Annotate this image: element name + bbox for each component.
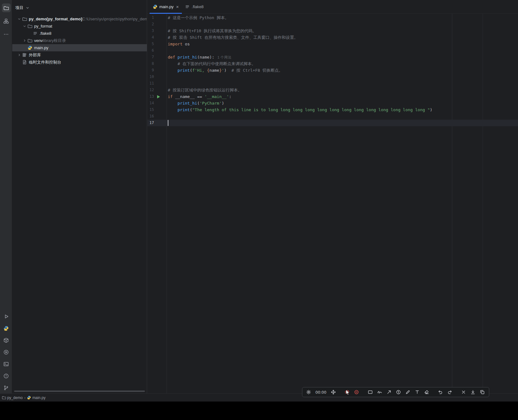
recorder-settings-button[interactable] xyxy=(306,390,311,395)
recorder-copy-button[interactable] xyxy=(480,390,485,395)
chevron-down-icon[interactable] xyxy=(17,17,22,21)
file-lines-icon xyxy=(185,4,190,9)
recorder-region-button[interactable] xyxy=(368,390,373,395)
freehand-icon xyxy=(377,390,382,395)
code-line[interactable]: 16 xyxy=(147,113,518,120)
code-lines: 1# 这是一个示例 Python 脚本。23# 按 Shift+F10 执行或将… xyxy=(147,14,518,126)
code-token: # 在下面的代码行中使用断点来调试脚本。 xyxy=(177,61,256,66)
code-token: if xyxy=(168,94,175,99)
project-panel: 项目 py_demo [py_format_demo] C:\Users\yu\… xyxy=(12,0,147,393)
recorder-close-button[interactable] xyxy=(461,390,466,395)
pause-icon xyxy=(354,390,359,395)
code-text: # 按 Shift+F10 执行或将其替换为您的代码。 xyxy=(167,28,518,34)
chevron-right-icon[interactable] xyxy=(17,53,22,57)
code-line[interactable]: 3# 按 Shift+F10 执行或将其替换为您的代码。 xyxy=(147,28,518,34)
line-number: 16 xyxy=(147,113,154,120)
close-tab-icon[interactable]: × xyxy=(176,4,179,9)
run-icon xyxy=(3,314,9,319)
editor-body[interactable]: 1# 这是一个示例 Python 脚本。23# 按 Shift+F10 执行或将… xyxy=(147,14,518,393)
project-panel-title[interactable]: 项目 xyxy=(15,5,23,11)
gutter-spacer xyxy=(154,67,167,74)
code-line[interactable]: 7def print_hi(name):1 个用法 xyxy=(147,54,518,60)
tree-item-label: C:\Users\yu\projects\python\py_demo xyxy=(82,17,147,21)
code-line[interactable]: 17 xyxy=(147,120,518,126)
code-text: # 按 双击 Shift 在所有地方搜索类、文件、工具窗口、操作和设置。 xyxy=(167,34,518,41)
code-token: # 这是一个示例 Python 脚本。 xyxy=(168,15,229,20)
recorder-text-button[interactable] xyxy=(415,390,420,395)
chevron-down-icon[interactable] xyxy=(25,6,30,10)
tree-item[interactable]: 外部库 xyxy=(12,51,147,59)
code-line[interactable]: 8 # 在下面的代码行中使用断点来调试脚本。 xyxy=(147,60,518,67)
recorder-undo-button[interactable] xyxy=(438,390,443,395)
tree-item[interactable]: 临时文件和控制台 xyxy=(12,59,147,66)
tab-bar: main.py×.flake8 xyxy=(147,0,518,14)
tool-button-project[interactable] xyxy=(2,3,11,12)
recorder-redo-button[interactable] xyxy=(447,390,452,395)
pencil-icon xyxy=(405,390,410,395)
recorder-pause-button[interactable] xyxy=(354,390,359,395)
code-line[interactable]: 13if __name__ == '__main__': xyxy=(147,93,518,100)
gutter-spacer xyxy=(154,21,167,28)
line-number: 2 xyxy=(147,21,154,28)
run-gutter-icon[interactable] xyxy=(154,93,167,100)
code-token: import xyxy=(168,42,182,46)
code-token: # 按 双击 Shift 在所有地方搜索类、文件、工具窗口、操作和设置。 xyxy=(168,35,298,40)
breadcrumb-item[interactable]: main.py xyxy=(27,396,45,400)
line-number: 11 xyxy=(147,80,154,87)
tab-.flake8[interactable]: .flake8 xyxy=(182,0,207,13)
mouse-cursor xyxy=(346,389,350,397)
git-icon xyxy=(3,385,9,391)
recorder-timer-button[interactable]: 00:00 xyxy=(315,390,326,395)
tree-item[interactable]: py_demo [py_format_demo] C:\Users\yu\pro… xyxy=(12,15,147,23)
recorder-eraser-button[interactable] xyxy=(424,390,429,395)
code-line[interactable]: 6 xyxy=(147,47,518,54)
tool-button-problems[interactable] xyxy=(2,371,11,380)
tab-main.py[interactable]: main.py× xyxy=(150,0,182,13)
recorder-download-button[interactable] xyxy=(470,390,475,395)
tree-item-label: main.py xyxy=(34,45,49,50)
code-line[interactable]: 12# 按装订区域中的绿色按钮以运行脚本。 xyxy=(147,87,518,93)
chevron-right-icon[interactable] xyxy=(22,39,27,43)
editor-area: main.py×.flake8 1# 这是一个示例 Python 脚本。23# … xyxy=(147,0,518,393)
tree-item-label: py_demo xyxy=(29,17,47,21)
tree-item[interactable]: .flake8 xyxy=(12,30,147,37)
tree-item-label: venv xyxy=(34,38,43,43)
code-line[interactable]: 5import os xyxy=(147,41,518,47)
recorder-move-button[interactable] xyxy=(331,390,336,395)
code-line[interactable]: 2 xyxy=(147,21,518,28)
packages-icon xyxy=(3,338,9,343)
tool-button-run[interactable] xyxy=(2,312,11,321)
code-line[interactable]: 4# 按 双击 Shift 在所有地方搜索类、文件、工具窗口、操作和设置。 xyxy=(147,34,518,41)
region-icon xyxy=(368,390,373,395)
line-number: 15 xyxy=(147,106,154,113)
code-line[interactable]: 1# 这是一个示例 Python 脚本。 xyxy=(147,14,518,21)
code-line[interactable]: 9 print(f'Hi, {name}') # 按 Ctrl+F8 切换断点。 xyxy=(147,67,518,74)
tree-item[interactable]: py_format xyxy=(12,23,147,30)
code-line[interactable]: 10 xyxy=(147,74,518,80)
recorder-pencil-button[interactable] xyxy=(405,390,410,395)
tool-button-services[interactable] xyxy=(2,348,11,356)
arrow-icon xyxy=(387,390,392,395)
horizontal-scrollbar[interactable] xyxy=(14,391,145,392)
tree-item-label: 临时文件和控制台 xyxy=(29,60,61,65)
tool-button-more[interactable] xyxy=(2,30,11,39)
code-line[interactable]: 15 print("The length of this line is to … xyxy=(147,106,518,113)
chevron-down-icon[interactable] xyxy=(22,24,27,28)
code-line[interactable]: 11 xyxy=(147,80,518,87)
recorder-number-button[interactable] xyxy=(396,390,401,395)
tool-button-git[interactable] xyxy=(2,383,11,392)
tree-item[interactable]: main.py xyxy=(12,44,147,51)
code-token: { xyxy=(207,68,209,73)
recorder-arrow-button[interactable] xyxy=(387,390,392,395)
gutter-spacer xyxy=(154,113,167,120)
tree-item[interactable]: venv library根目录 xyxy=(12,37,147,44)
tool-button-terminal[interactable] xyxy=(2,360,11,368)
library-icon xyxy=(22,53,27,57)
tool-button-python[interactable] xyxy=(2,324,11,333)
breadcrumb-item[interactable]: py_demo xyxy=(2,396,23,400)
recorder-freehand-button[interactable] xyxy=(377,390,382,395)
code-line[interactable]: 14 print_hi('PyCharm') xyxy=(147,100,518,106)
tool-button-structure[interactable] xyxy=(2,17,11,25)
folder-icon xyxy=(27,38,33,43)
tool-button-packages[interactable] xyxy=(2,336,11,345)
